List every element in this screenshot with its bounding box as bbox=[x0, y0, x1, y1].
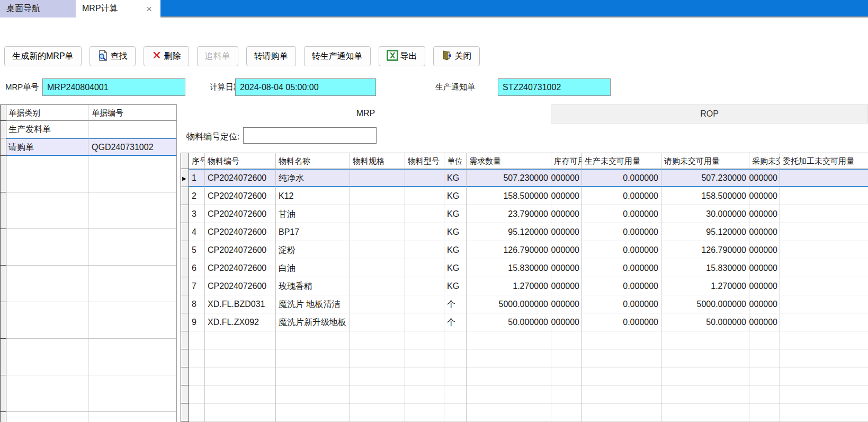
grid-cell[interactable]: 1.270000 bbox=[661, 277, 749, 295]
grid-cell[interactable]: 7 bbox=[189, 277, 205, 295]
grid-cell[interactable]: CP2024072600 bbox=[205, 169, 276, 187]
doc-no-cell[interactable] bbox=[88, 121, 177, 138]
grid-cell[interactable]: 0.000000 bbox=[582, 241, 661, 259]
grid-cell[interactable]: CP2024072600 bbox=[205, 205, 276, 223]
grid-cell[interactable]: 0.000000 bbox=[551, 223, 582, 241]
grid-cell[interactable]: 白油 bbox=[276, 259, 350, 277]
grid-cell[interactable]: 0.000000 bbox=[749, 169, 780, 187]
grid-cell[interactable]: CP2024072600 bbox=[205, 187, 276, 205]
tab-rop[interactable]: ROP bbox=[551, 104, 868, 124]
row-selector[interactable] bbox=[181, 313, 189, 331]
grid-cell[interactable] bbox=[350, 277, 405, 295]
grid-cell[interactable]: CP2024072600 bbox=[205, 277, 276, 295]
grid-cell[interactable]: KG bbox=[444, 187, 467, 205]
grid-row[interactable]: 5CP2024072600淀粉KG126.7900000.0000000.000… bbox=[181, 241, 868, 259]
grid-cell[interactable]: 95.120000 bbox=[661, 223, 749, 241]
grid-cell[interactable]: 15.830000 bbox=[661, 259, 749, 277]
row-selector[interactable] bbox=[181, 277, 189, 295]
grid-cell[interactable] bbox=[405, 277, 444, 295]
grid-cell[interactable]: 50.000000 bbox=[661, 313, 749, 331]
grid-cell[interactable] bbox=[780, 169, 868, 187]
table-row[interactable]: 生产发料单 bbox=[0, 121, 177, 138]
grid-cell[interactable] bbox=[780, 187, 868, 205]
grid-cell[interactable]: 8 bbox=[189, 295, 205, 313]
grid-cell[interactable] bbox=[405, 205, 444, 223]
grid-cell[interactable]: 0.000000 bbox=[582, 169, 661, 187]
grid-cell[interactable]: 30.000000 bbox=[661, 205, 749, 223]
grid-cell[interactable]: 魔洗片 地板清洁 bbox=[276, 295, 350, 313]
grid-cell[interactable]: 0.000000 bbox=[749, 313, 780, 331]
grid-column-header[interactable]: 请购未交可用量 bbox=[661, 153, 749, 169]
grid-column-header[interactable]: 需求数量 bbox=[467, 153, 551, 169]
grid-cell[interactable]: CP2024072600 bbox=[205, 259, 276, 277]
grid-cell[interactable]: KG bbox=[444, 169, 467, 187]
grid-cell[interactable]: 0.000000 bbox=[749, 295, 780, 313]
grid-column-header[interactable]: 物料名称 bbox=[276, 153, 350, 169]
doc-type-column-header[interactable]: 单据类别 bbox=[6, 105, 88, 121]
grid-cell[interactable]: 0.000000 bbox=[582, 205, 661, 223]
to-production-notice-button[interactable]: 转生产通知单 bbox=[304, 46, 371, 66]
grid-column-header[interactable]: 库存可用量 bbox=[551, 153, 582, 169]
grid-cell[interactable]: 0.000000 bbox=[749, 187, 780, 205]
prod-notice-field[interactable]: STZ240731002 bbox=[498, 78, 611, 96]
grid-cell[interactable]: 95.120000 bbox=[467, 223, 551, 241]
grid-cell[interactable]: 淀粉 bbox=[276, 241, 350, 259]
grid-cell[interactable]: 126.790000 bbox=[467, 241, 551, 259]
generate-mrp-button[interactable]: 生成新的MRP单 bbox=[4, 46, 82, 66]
grid-cell[interactable]: 个 bbox=[444, 313, 467, 331]
grid-cell[interactable]: 50.000000 bbox=[467, 313, 551, 331]
row-selector[interactable] bbox=[181, 259, 189, 277]
doc-no-column-header[interactable]: 单据编号 bbox=[88, 105, 177, 121]
grid-cell[interactable]: 0.000000 bbox=[582, 187, 661, 205]
grid-cell[interactable] bbox=[405, 223, 444, 241]
grid-cell[interactable]: KG bbox=[444, 259, 467, 277]
grid-column-header[interactable]: 物料规格 bbox=[350, 153, 405, 169]
row-selector[interactable] bbox=[181, 295, 189, 313]
grid-cell[interactable]: BP17 bbox=[276, 223, 350, 241]
grid-cell[interactable]: 507.230000 bbox=[467, 169, 551, 187]
grid-cell[interactable] bbox=[350, 295, 405, 313]
grid-cell[interactable] bbox=[405, 295, 444, 313]
table-row-selected[interactable]: 请购单 QGD240731002 bbox=[0, 138, 177, 156]
grid-cell[interactable] bbox=[350, 259, 405, 277]
grid-cell[interactable]: 0.000000 bbox=[551, 259, 582, 277]
grid-row[interactable]: 2CP2024072600K12KG158.5000000.0000000.00… bbox=[181, 187, 868, 205]
grid-cell[interactable]: 158.500000 bbox=[661, 187, 749, 205]
grid-cell[interactable]: 纯净水 bbox=[276, 169, 350, 187]
grid-cell[interactable] bbox=[350, 241, 405, 259]
grid-row[interactable]: 9XD.FL.ZX092魔洗片新升级地板个50.0000000.0000000.… bbox=[181, 313, 868, 331]
grid-cell[interactable] bbox=[780, 295, 868, 313]
grid-cell[interactable] bbox=[405, 241, 444, 259]
grid-cell[interactable]: KG bbox=[444, 205, 467, 223]
grid-cell[interactable] bbox=[350, 313, 405, 331]
grid-cell[interactable]: 4 bbox=[189, 223, 205, 241]
to-purchase-request-button[interactable]: 转请购单 bbox=[246, 46, 296, 66]
grid-cell[interactable]: 23.790000 bbox=[467, 205, 551, 223]
grid-cell[interactable]: XD.FL.BZD031 bbox=[205, 295, 276, 313]
grid-row[interactable]: 7CP2024072600玫瑰香精KG1.2700000.0000000.000… bbox=[181, 277, 868, 295]
grid-cell[interactable]: 1 bbox=[189, 169, 205, 187]
grid-cell[interactable]: CP2024072600 bbox=[205, 241, 276, 259]
tab-desktop-nav[interactable]: 桌面导航 bbox=[0, 0, 76, 17]
row-selector[interactable] bbox=[181, 223, 189, 241]
row-selector[interactable] bbox=[0, 121, 6, 138]
grid-cell[interactable]: KG bbox=[444, 277, 467, 295]
grid-cell[interactable]: K12 bbox=[276, 187, 350, 205]
close-icon[interactable]: × bbox=[144, 4, 154, 14]
grid-cell[interactable]: 1.270000 bbox=[467, 277, 551, 295]
grid-column-header[interactable]: 物料型号 bbox=[405, 153, 444, 169]
grid-row[interactable]: 8XD.FL.BZD031魔洗片 地板清洁个5000.0000000.00000… bbox=[181, 295, 868, 313]
grid-row[interactable]: ▶1CP2024072600纯净水KG507.2300000.0000000.0… bbox=[181, 169, 868, 187]
grid-cell[interactable] bbox=[405, 313, 444, 331]
grid-cell[interactable]: 0.000000 bbox=[582, 295, 661, 313]
grid-row[interactable]: 3CP2024072600甘油KG23.7900000.0000000.0000… bbox=[181, 205, 868, 223]
row-selector[interactable]: ▶ bbox=[181, 169, 189, 187]
mrp-no-field[interactable]: MRP240804001 bbox=[42, 78, 185, 96]
grid-cell[interactable]: 0.000000 bbox=[551, 313, 582, 331]
grid-cell[interactable]: 0.000000 bbox=[749, 241, 780, 259]
grid-cell[interactable]: 0.000000 bbox=[551, 187, 582, 205]
grid-cell[interactable] bbox=[405, 259, 444, 277]
grid-column-header[interactable]: 委托加工未交可用量 bbox=[780, 153, 868, 169]
grid-cell[interactable] bbox=[405, 169, 444, 187]
grid-cell[interactable]: 3 bbox=[189, 205, 205, 223]
